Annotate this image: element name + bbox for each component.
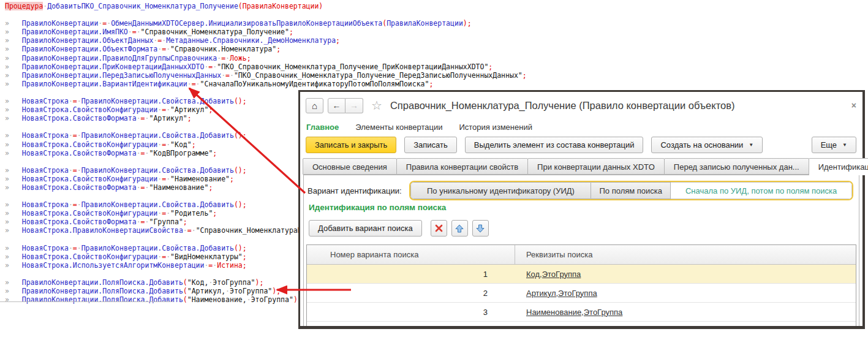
code-line[interactable]: » ПравилоКонвертации.ПриКонвертацииДанны… xyxy=(5,62,527,71)
more-button[interactable]: Еще▼ xyxy=(812,137,856,153)
window-titlebar[interactable]: ⌂ ← → ☆ Справочник_Номенклатура_Получени… xyxy=(300,92,862,119)
forward-icon: → xyxy=(350,100,358,110)
extract-element-button[interactable]: Выделить элемент из состава конвертаций xyxy=(465,137,644,153)
create-based-on-button[interactable]: Создать на основании▼ xyxy=(651,137,763,153)
code-line[interactable]: » ПравилоКонвертации.ВариантИдентификаци… xyxy=(5,80,527,88)
code-token: ПравилоКонвертации.ПоляПоиска.Добавить xyxy=(22,295,183,304)
code-line[interactable] xyxy=(5,10,527,19)
tab-property-conversion-rules[interactable]: Правила конвертации свойств xyxy=(396,158,528,175)
code-token: ЭтоГруппа" xyxy=(251,295,293,304)
code-line[interactable]: » ПравилоКонвертации.ОбъектДанных·=·Мета… xyxy=(5,36,527,45)
code-token: » xyxy=(5,209,22,218)
code-token: » xyxy=(5,80,22,88)
code-token: · xyxy=(128,28,132,36)
identification-page: Вариант идентификации: По уникальному ид… xyxy=(303,175,859,326)
code-token: ; xyxy=(429,80,433,88)
code-token: ПравилоКонвертации.ОбъектФормата xyxy=(22,45,158,53)
code-token: = xyxy=(141,218,145,226)
column-header-search-attributes[interactable]: Реквизиты поиска xyxy=(515,245,856,264)
code-token: ; xyxy=(247,54,251,62)
code-token: · xyxy=(69,131,73,140)
forward-button[interactable]: → xyxy=(345,98,363,113)
move-down-button[interactable] xyxy=(472,220,489,237)
code-token: ПравилоКонвертации.ПравилоДляГруппыСправ… xyxy=(22,54,217,62)
save-and-close-button[interactable]: Записать и закрыть xyxy=(306,137,396,153)
code-token: · xyxy=(77,97,81,105)
code-line[interactable]: » ПравилоКонвертации.ИмяПКО·=·"Справочни… xyxy=(5,28,527,36)
variant-number-cell: 3 xyxy=(307,308,515,317)
code-token: = xyxy=(192,80,196,88)
code-line[interactable]: » ПравилоКонвертации.ПравилоДляГруппыСпр… xyxy=(5,54,527,62)
code-token: "Артикул, xyxy=(187,287,225,295)
table-header-row: Номер варианта поиска Реквизиты поиска xyxy=(307,245,856,265)
table-row[interactable]: 3Наименование,ЭтоГруппа xyxy=(307,303,856,322)
code-token: "Справочник_НоменклатураП xyxy=(196,226,302,235)
code-token: Метаданные.Справочники._ДемоНоменклатура xyxy=(166,36,336,45)
code-token: ОбменДаннымиXDTOСервер.ИнициализироватьП… xyxy=(111,19,382,28)
screenshot-canvas: Процедура·ДобавитьПКО_Справочник_Номенкл… xyxy=(0,0,868,337)
code-token: ; xyxy=(213,209,217,218)
variant-by-uid[interactable]: По уникальному идентификатору (УИД) xyxy=(410,182,592,199)
favorites-star-icon[interactable]: ☆ xyxy=(371,99,382,112)
code-token: "Справочник.Номенклатура" xyxy=(170,45,276,53)
search-attributes-cell: Наименование,ЭтоГруппа xyxy=(515,308,856,317)
tab-basic-info[interactable]: Основные сведения xyxy=(303,158,397,175)
save-button[interactable]: Записать xyxy=(404,137,457,153)
code-token: » xyxy=(5,97,22,105)
delete-button[interactable] xyxy=(431,220,447,237)
code-line[interactable]: Процедура·ДобавитьПКО_Справочник_Номенкл… xyxy=(5,2,527,10)
table-row[interactable]: 1Код,ЭтоГруппа xyxy=(307,265,856,284)
code-token: · xyxy=(137,149,141,157)
code-token: » xyxy=(5,295,22,304)
close-icon[interactable]: × xyxy=(851,100,856,110)
code-token: · xyxy=(69,166,73,175)
code-token: Процедура xyxy=(5,2,43,10)
code-token: ПравилоКонвертации.Свойства.Добавить xyxy=(81,244,234,252)
code-token: ); xyxy=(272,287,281,295)
search-attributes-link[interactable]: Артикул,ЭтоГруппа xyxy=(526,289,597,298)
variant-uid-then-search-fields[interactable]: Сначала по УИД, потом по полям поиска xyxy=(671,182,852,199)
procedure-end-line xyxy=(0,301,173,302)
code-token: "ПКО_Справочник_Номенклатура_Получение_П… xyxy=(217,62,488,71)
function-panel-nav: ГлавноеЭлементы конвертацииИстория измен… xyxy=(300,119,862,135)
search-attributes-link[interactable]: Код,ЭтоГруппа xyxy=(526,270,581,279)
code-token: » xyxy=(5,62,22,71)
column-header-variant-number[interactable]: Номер варианта поиска xyxy=(307,245,515,264)
table-row[interactable]: 2Артикул,ЭтоГруппа xyxy=(307,284,856,303)
code-token: = xyxy=(141,149,145,157)
code-line[interactable]: » ПравилоКонвертации.ОбъектФормата·=·"Сп… xyxy=(5,45,527,53)
create-based-on-button-label: Создать на основании xyxy=(660,140,743,150)
code-token: НоваяСтрока xyxy=(22,200,69,209)
tab-on-xdto-data-conversion[interactable]: При конвертации данных XDTO xyxy=(527,158,665,175)
code-token: = xyxy=(132,28,137,36)
variant-by-search-fields[interactable]: По полям поиска xyxy=(591,182,671,199)
code-token: "Наименование, xyxy=(187,295,247,304)
move-up-button[interactable] xyxy=(451,220,468,237)
code-token: (); xyxy=(234,244,247,252)
nav-tab-main[interactable]: Главное xyxy=(306,123,339,132)
home-icon: ⌂ xyxy=(312,100,317,111)
home-button[interactable]: ⌂ xyxy=(306,98,323,113)
tab-before-write-received-data[interactable]: Перед записью полученных дан... xyxy=(664,158,809,175)
code-token: ЭтоГруппа" xyxy=(213,278,255,287)
code-line[interactable]: » ПравилоКонвертации.ПередЗаписьюПолучен… xyxy=(5,71,527,80)
code-token: ПравилоКонвертации.ПриКонвертацииДанныхX… xyxy=(22,62,205,71)
code-line[interactable]: » ПравилоКонвертации·=·ОбменДаннымиXDTOС… xyxy=(5,19,527,28)
code-token: · xyxy=(230,71,234,80)
code-token: "СначалаПоУникальномуИдентификаторуПотом… xyxy=(200,80,429,88)
add-search-variant-button[interactable]: Добавить вариант поиска xyxy=(309,220,422,237)
code-token: НоваяСтрока xyxy=(22,166,69,175)
nav-tab-change-history[interactable]: История изменений xyxy=(459,123,532,132)
code-token: НоваяСтрока.СвойствоКонфигурации xyxy=(22,209,158,218)
nav-tab-conversion-elements[interactable]: Элементы конвертации xyxy=(355,123,442,132)
code-token: ( xyxy=(183,295,187,304)
code-token: НоваяСтрока.СвойствоФормата xyxy=(22,114,137,123)
tab-identification[interactable]: Идентификация xyxy=(809,158,868,175)
code-token: · xyxy=(183,226,187,235)
search-attributes-link[interactable]: Наименование,ЭтоГруппа xyxy=(526,308,622,317)
code-token: · xyxy=(77,131,81,140)
code-token: ); xyxy=(463,19,472,28)
code-token: = xyxy=(73,244,77,252)
back-button[interactable]: ← xyxy=(328,98,345,113)
extract-element-button-label: Выделить элемент из состава конвертаций xyxy=(474,140,635,150)
